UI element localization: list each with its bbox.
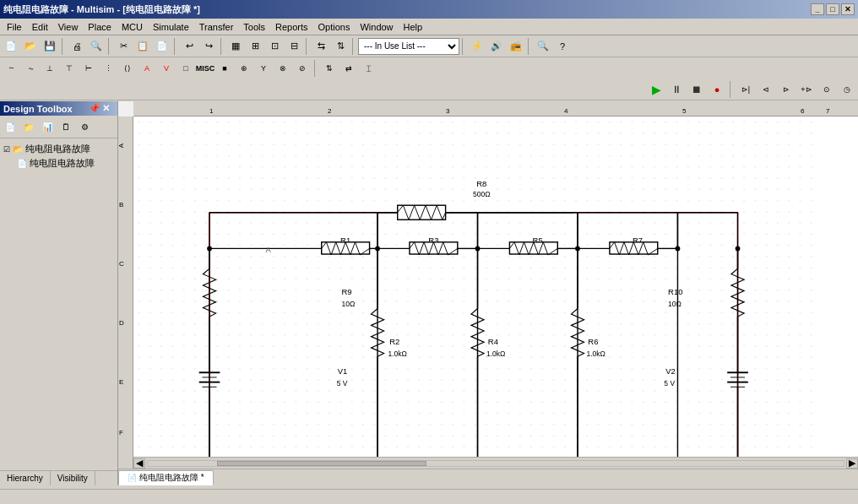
- comp-btn-2[interactable]: ⏦: [21, 59, 40, 78]
- h-scroll-track[interactable]: [147, 460, 844, 467]
- sim-btn-2[interactable]: ⊲: [757, 80, 775, 99]
- tb-btn-6[interactable]: ⇅: [331, 37, 350, 56]
- sim-btn-6[interactable]: ◷: [838, 80, 856, 99]
- tb-btn-10[interactable]: 🔍: [534, 37, 552, 56]
- h-scroll-thumb[interactable]: [217, 461, 426, 466]
- tb-btn-8[interactable]: 🔊: [487, 37, 506, 56]
- menu-transfer[interactable]: Transfer: [194, 20, 239, 34]
- comp-btn-14[interactable]: Y: [254, 59, 273, 78]
- save-button[interactable]: 💾: [41, 37, 59, 56]
- h-scroll-left[interactable]: ◀: [133, 458, 145, 469]
- tb-btn-1[interactable]: ▦: [226, 37, 245, 56]
- open-button[interactable]: 📂: [21, 37, 40, 56]
- toolbar-1: 📄 📂 💾 🖨 🔍 ✂ 📋 📄 ↩ ↪ ▦ ⊞ ⊡ ⊟ ⇆ ⇅ --- In U…: [0, 35, 858, 57]
- comp-btn-7[interactable]: ⟨⟩: [118, 59, 137, 78]
- new-button[interactable]: 📄: [2, 37, 20, 56]
- menu-mcu[interactable]: MCU: [117, 20, 148, 34]
- toolbox-icon-folder[interactable]: 📁: [20, 118, 37, 135]
- schematic-tab[interactable]: 📄 纯电阻电路故障 *: [118, 470, 214, 485]
- paste-button[interactable]: 📄: [153, 37, 171, 56]
- print-preview-button[interactable]: 🔍: [87, 37, 106, 56]
- toolbar-sep-4: [220, 38, 224, 55]
- menu-options[interactable]: Options: [313, 20, 356, 34]
- undo-button[interactable]: ↩: [180, 37, 198, 56]
- tab-visibility[interactable]: Visibility: [51, 471, 95, 485]
- title-text: 纯电阻电路故障 - Multisim - [纯电阻电路故障 *]: [3, 3, 811, 16]
- sim-btn-5[interactable]: ⊙: [817, 80, 836, 99]
- comp-btn-1[interactable]: ～: [2, 59, 20, 78]
- menu-view[interactable]: View: [53, 20, 84, 34]
- menu-help[interactable]: Help: [399, 20, 428, 34]
- tb-btn-2[interactable]: ⊞: [246, 37, 264, 56]
- tb-btn-4[interactable]: ⊟: [285, 37, 303, 56]
- toolbox-icon-note[interactable]: 🗒: [57, 118, 74, 135]
- ruler-h-7: 7: [826, 107, 829, 115]
- sim-btn-1[interactable]: ⊳|: [736, 80, 755, 99]
- print-button[interactable]: 🖨: [68, 37, 86, 56]
- tab-hierarchy[interactable]: Hierarchy: [0, 471, 51, 485]
- menu-file[interactable]: File: [2, 20, 27, 34]
- toolbox-icon-chart[interactable]: 📊: [39, 118, 56, 135]
- sim-record-button[interactable]: ●: [708, 80, 726, 99]
- schematic-area[interactable]: 1 2 3 4 5 6 7 A B C D E F: [118, 101, 858, 485]
- grid-canvas[interactable]: R8 500Ω: [133, 117, 858, 469]
- ruler-vertical: A B C D E F: [118, 117, 133, 469]
- ruler-horizontal: 1 2 3 4 5 6 7: [133, 101, 858, 117]
- sim-btn-4[interactable]: +⊳: [797, 80, 816, 99]
- tb-btn-7[interactable]: ⚡: [468, 37, 486, 56]
- toolbox-pin-button[interactable]: 📌: [89, 103, 100, 114]
- comp-btn-18[interactable]: ⇄: [339, 59, 358, 78]
- tree-item-root[interactable]: ☑ 📂 纯电阻电路故障: [2, 142, 116, 156]
- ruler-h-6: 6: [801, 107, 804, 115]
- sim-pause-button[interactable]: ⏸: [667, 80, 686, 99]
- comp-btn-10[interactable]: □: [176, 59, 195, 78]
- menu-place[interactable]: Place: [83, 20, 117, 34]
- comp-btn-5[interactable]: ⊢: [79, 59, 98, 78]
- menu-tools[interactable]: Tools: [238, 20, 270, 34]
- menu-reports[interactable]: Reports: [270, 20, 313, 34]
- h-scrollbar[interactable]: ◀ ▶: [133, 457, 858, 469]
- tb-btn-5[interactable]: ⇆: [312, 37, 330, 56]
- tab-icon: 📄: [128, 474, 137, 482]
- sim-stop-button[interactable]: ⏹: [687, 80, 706, 99]
- comp-btn-4[interactable]: ⊤: [60, 59, 79, 78]
- tree-item-sub-label: 纯电阻电路故障: [30, 157, 95, 170]
- menu-simulate[interactable]: Simulate: [148, 20, 194, 34]
- toolbar-sep-8: [528, 38, 531, 55]
- r2-value: 1.0kΩ: [388, 350, 406, 358]
- menu-window[interactable]: Window: [355, 20, 398, 34]
- redo-button[interactable]: ↪: [199, 37, 218, 56]
- tb-btn-help[interactable]: ?: [553, 37, 572, 56]
- in-use-dropdown[interactable]: --- In Use List ---: [358, 38, 459, 55]
- sim-btn-3[interactable]: ⊳: [777, 80, 796, 99]
- menu-edit[interactable]: Edit: [27, 20, 53, 34]
- tb-btn-3[interactable]: ⊡: [265, 37, 284, 56]
- tb-btn-9[interactable]: 📻: [507, 37, 525, 56]
- cut-button[interactable]: ✂: [114, 37, 133, 56]
- comp-btn-3[interactable]: ⊥: [41, 59, 59, 78]
- comp-btn-15[interactable]: ⊗: [274, 59, 292, 78]
- toolbox-icon-gear[interactable]: ⚙: [76, 118, 93, 135]
- comp-btn-12[interactable]: ■: [215, 59, 234, 78]
- toolbox-icon-new[interactable]: 📄: [2, 118, 19, 135]
- sim-play-button[interactable]: ▶: [647, 80, 665, 99]
- maximize-button[interactable]: □: [826, 3, 839, 15]
- tree-item-sub[interactable]: 📄 纯电阻电路故障: [2, 156, 116, 171]
- comp-btn-17[interactable]: ⇅: [320, 59, 339, 78]
- comp-btn-9[interactable]: V: [157, 59, 176, 78]
- r9-value: 10Ω: [341, 300, 355, 308]
- toolbox-close-button[interactable]: ✕: [102, 103, 114, 114]
- comp-btn-16[interactable]: ⊘: [293, 59, 312, 78]
- comp-btn-13[interactable]: ⊕: [235, 59, 253, 78]
- v1-value: 5 V: [337, 379, 348, 387]
- comp-btn-11[interactable]: MISC: [196, 59, 214, 78]
- ruler-h-2: 2: [328, 107, 331, 115]
- comp-btn-19[interactable]: ⌶: [359, 59, 377, 78]
- copy-button[interactable]: 📋: [133, 37, 152, 56]
- close-button[interactable]: ✕: [841, 3, 855, 15]
- comp-btn-6[interactable]: ⋮: [99, 59, 117, 78]
- h-scroll-right[interactable]: ▶: [846, 458, 858, 469]
- v1-label: V1: [338, 366, 348, 376]
- comp-btn-8[interactable]: A: [138, 59, 156, 78]
- minimize-button[interactable]: _: [811, 3, 824, 15]
